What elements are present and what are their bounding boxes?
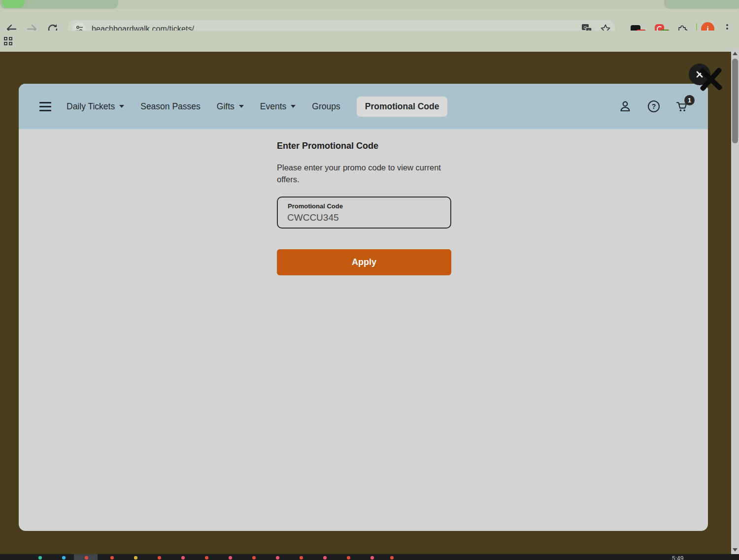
triangle-up-icon	[733, 52, 738, 55]
person-icon	[619, 100, 632, 113]
apply-button[interactable]: Apply	[277, 249, 451, 275]
promo-description: Please enter your promo code to view cur…	[277, 162, 447, 185]
nav-item-groups[interactable]: Groups	[312, 101, 340, 112]
taskbar-app-icon[interactable]	[347, 556, 350, 560]
taskbar-app-icon[interactable]	[229, 556, 232, 560]
apps-grid-icon[interactable]	[4, 37, 13, 46]
chevron-down-icon	[291, 105, 296, 108]
promo-code-field-label: Promotional Code	[288, 202, 343, 210]
taskbar-app-icon[interactable]	[134, 556, 137, 560]
menu-dot	[726, 28, 728, 30]
promo-heading: Enter Promotional Code	[277, 141, 378, 151]
taskbar-app-icon[interactable]	[390, 556, 394, 560]
taskbar-app-icon[interactable]	[181, 556, 185, 560]
tab-favicon	[2, 0, 25, 8]
taskbar-app-icon[interactable]	[62, 556, 66, 560]
menu-dot	[726, 24, 728, 26]
modal-close-button[interactable]	[689, 64, 710, 85]
cart-button[interactable]: 1	[676, 100, 689, 113]
help-icon: ?	[648, 100, 660, 112]
account-button[interactable]	[619, 100, 632, 113]
nav-item-season-passes[interactable]: Season Passes	[140, 101, 201, 112]
scroll-down-button[interactable]	[731, 546, 739, 554]
taskbar-app-icon[interactable]	[252, 556, 256, 560]
taskbar-clock: 5:49	[672, 555, 683, 560]
taskbar-app-icon[interactable]	[323, 556, 327, 560]
taskbar-app-icon[interactable]	[110, 556, 114, 560]
main-nav: Daily Tickets Season Passes Gifts Events…	[67, 97, 447, 117]
taskbar-app-icon[interactable]	[370, 556, 374, 560]
scrollbar-thumb[interactable]	[732, 59, 738, 143]
taskbar-app-icon[interactable]	[38, 556, 42, 560]
promo-code-field[interactable]: Promotional Code CWCCU345	[277, 197, 451, 229]
triangle-down-icon	[733, 548, 738, 552]
nav-item-daily-tickets[interactable]: Daily Tickets	[67, 101, 124, 112]
chevron-down-icon	[119, 105, 124, 108]
promo-code-field-value[interactable]: CWCCU345	[287, 212, 339, 223]
chevron-down-icon	[239, 105, 244, 108]
modal-content: Enter Promotional Code Please enter your…	[19, 129, 708, 531]
taskbar-app-icon[interactable]	[85, 556, 88, 560]
taskbar-app-icon[interactable]	[205, 556, 208, 560]
browser-toolbar: beachboardwalk.com/tickets/ G A 14	[0, 9, 739, 31]
bookmarks-bar	[0, 31, 739, 52]
page-scrollbar[interactable]	[731, 49, 739, 554]
browser-tab-strip	[0, 0, 739, 9]
help-button[interactable]: ?	[647, 100, 660, 113]
close-icon	[695, 69, 705, 79]
taskbar-app-icon[interactable]	[158, 556, 161, 560]
nav-item-gifts[interactable]: Gifts	[217, 101, 244, 112]
promo-code-modal: Daily Tickets Season Passes Gifts Events…	[19, 84, 708, 531]
nav-item-events[interactable]: Events	[260, 101, 296, 112]
nav-item-promotional-code[interactable]: Promotional Code	[357, 97, 448, 117]
cart-count-badge: 1	[684, 95, 695, 105]
browser-tab[interactable]	[664, 0, 739, 9]
taskbar-app-icon[interactable]	[276, 556, 279, 560]
modal-nav-bar: Daily Tickets Season Passes Gifts Events…	[19, 84, 708, 129]
scroll-up-button[interactable]	[731, 49, 739, 58]
hamburger-menu-icon[interactable]	[39, 102, 51, 111]
taskbar-app-icon[interactable]	[300, 556, 303, 560]
taskbar: 5:49	[0, 554, 739, 560]
